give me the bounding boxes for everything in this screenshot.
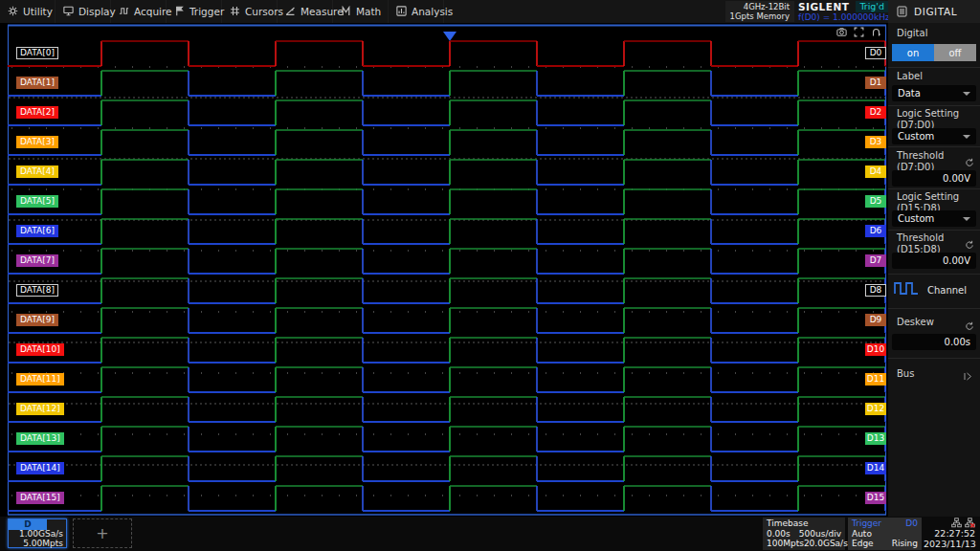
threshold1-value[interactable]: 0.00V — [892, 170, 976, 187]
network-status-icons — [924, 518, 975, 528]
display-icon — [63, 6, 74, 18]
trigger-status-badge: Trig'd — [856, 1, 888, 12]
waveform-grid[interactable]: DATA[0]D0DATA[1]D1DATA[2]D2DATA[3]D3DATA… — [0, 23, 888, 517]
digital-toggle: on off — [892, 44, 976, 61]
channel-indicator-d7[interactable]: D7 — [865, 254, 886, 267]
trigger-descriptor[interactable]: Trigger D0 Auto Edge Rising — [848, 518, 922, 550]
menu-item-acquire[interactable]: Acquire — [111, 0, 167, 23]
chevron-down-icon — [963, 135, 970, 139]
refresh-icon[interactable] — [965, 153, 974, 171]
channel-label-d7[interactable]: DATA[7] — [16, 254, 58, 267]
measure-icon — [285, 6, 296, 18]
channel-indicator-d4[interactable]: D4 — [865, 165, 886, 178]
trigger-slope: Rising — [892, 539, 918, 549]
menu-item-display[interactable]: Display — [56, 0, 111, 23]
digital-settings-panel: DIGITAL Digital on off Label Data Logic … — [888, 0, 980, 517]
panel-header[interactable]: DIGITAL — [888, 0, 980, 23]
digital-channel-descriptor[interactable]: D 1.00GSa/s 5.00Mpts — [8, 518, 67, 548]
channel-indicator-d0[interactable]: D0 — [865, 47, 886, 59]
channel-label-d0[interactable]: DATA[0] — [16, 47, 58, 59]
timebase-delay: 0.00s — [767, 529, 791, 540]
lan-disconnected-icon — [965, 518, 975, 528]
menu-item-trigger[interactable]: Trigger — [167, 0, 222, 23]
digital-caption: Digital — [897, 28, 927, 39]
channel-label-d1[interactable]: DATA[1] — [16, 77, 58, 89]
channel-label-d2[interactable]: DATA[2] — [16, 106, 58, 119]
channel-label-d9[interactable]: DATA[9] — [16, 314, 58, 326]
acquire-icon — [119, 6, 129, 18]
channel-indicator-d15[interactable]: D15 — [865, 492, 886, 504]
trigger-position-marker[interactable] — [443, 32, 457, 41]
channel-label-d3[interactable]: DATA[3] — [16, 136, 58, 148]
undo-icon[interactable] — [871, 27, 881, 37]
deskew-value[interactable]: 0.00s — [892, 334, 976, 350]
camera-icon[interactable] — [836, 27, 847, 37]
clock-box[interactable]: 22:27:52 2023/11/13 — [924, 518, 975, 549]
channel-indicator-d6[interactable]: D6 — [865, 225, 886, 237]
channel-label-d14[interactable]: DATA[14] — [16, 462, 64, 474]
channel-label-d8[interactable]: DATA[8] — [16, 284, 58, 297]
bottom-bar: D 1.00GSa/s 5.00Mpts + Timebase 0.00s 50… — [0, 517, 980, 551]
channel-indicator-d14[interactable]: D14 — [865, 462, 886, 474]
channel-indicator-d11[interactable]: D11 — [865, 373, 886, 386]
channel-label-d15[interactable]: DATA[15] — [16, 492, 64, 504]
menu-item-utility[interactable]: Utility — [0, 0, 56, 23]
panel-title: DIGITAL — [914, 6, 957, 17]
clock-time: 22:27:52 — [924, 528, 975, 539]
label-dropdown-value: Data — [898, 88, 921, 99]
chevron-down-icon — [963, 217, 970, 221]
bandwidth-memory-box: 4GHz-12Bit 1Gpts Memory — [725, 1, 794, 22]
add-channel-button[interactable]: + — [73, 518, 132, 548]
channel-label-d11[interactable]: DATA[11] — [16, 373, 64, 386]
timebase-scale: 500us/div — [799, 529, 841, 540]
channel-indicator-d3[interactable]: D3 — [865, 136, 886, 148]
frequency-readout: f(D0) = 1.000000kHz — [798, 12, 888, 23]
timebase-descriptor[interactable]: Timebase 0.00s 500us/div 100Mpts 20.0GSa… — [763, 518, 845, 550]
menu-item-label: Utility — [23, 6, 53, 17]
logic-setting2-dropdown[interactable]: Custom — [892, 210, 976, 227]
channel-indicator-d2[interactable]: D2 — [865, 106, 886, 119]
refresh-icon[interactable] — [965, 235, 974, 253]
menu-item-math[interactable]: Math — [333, 0, 389, 23]
memory-label: 1Gpts Memory — [730, 11, 790, 21]
channel-label-d13[interactable]: DATA[13] — [16, 432, 64, 445]
menu-item-measure[interactable]: Measure — [278, 0, 333, 23]
channel-caption: Channel — [927, 285, 967, 296]
trigger-type: Edge — [852, 539, 874, 549]
channel-label-d10[interactable]: DATA[10] — [16, 343, 64, 356]
channel-indicator-d12[interactable]: D12 — [865, 403, 886, 415]
expand-icon[interactable] — [854, 27, 864, 37]
digital-points: 5.00Mpts — [23, 539, 63, 548]
channel-label-d5[interactable]: DATA[5] — [16, 195, 58, 208]
panel-menu-icon — [897, 3, 907, 21]
grid-toolbar — [836, 27, 881, 37]
channel-label-d6[interactable]: DATA[6] — [16, 225, 58, 237]
threshold2-value[interactable]: 0.00V — [892, 253, 976, 269]
brand-logo: SIGLENT — [798, 1, 849, 12]
channel-label-d12[interactable]: DATA[12] — [16, 403, 64, 415]
logic-setting1-dropdown[interactable]: Custom — [892, 128, 976, 144]
channel-indicator-d13[interactable]: D13 — [865, 432, 886, 445]
channel-indicator-d5[interactable]: D5 — [865, 195, 886, 208]
channel-indicator-d10[interactable]: D10 — [865, 343, 886, 356]
channel-indicator-d9[interactable]: D9 — [865, 314, 886, 326]
channel-row[interactable]: Channel — [894, 280, 967, 300]
flag-icon — [174, 6, 185, 18]
math-icon — [341, 6, 351, 18]
channel-indicator-d8[interactable]: D8 — [865, 284, 886, 297]
label-caption: Label — [897, 71, 923, 82]
channel-label-d4[interactable]: DATA[4] — [16, 165, 58, 178]
brand-box: SIGLENT Trig'd f(D0) = 1.000000kHz — [798, 1, 888, 23]
logic-setting2-value: Custom — [898, 213, 934, 224]
chevron-down-icon — [963, 92, 970, 96]
status-cluster: 4GHz-12Bit 1Gpts Memory SIGLENT Trig'd f… — [725, 0, 888, 23]
label-dropdown[interactable]: Data — [892, 85, 976, 101]
menu-item-cursors[interactable]: Cursors — [222, 0, 278, 23]
refresh-icon[interactable] — [965, 317, 974, 335]
digital-off-button[interactable]: off — [934, 44, 976, 61]
menu-item-label: Display — [78, 6, 116, 17]
digital-on-button[interactable]: on — [892, 44, 934, 61]
bus-expander-icon[interactable] — [963, 367, 973, 386]
menu-item-analysis[interactable]: Analysis — [389, 0, 444, 23]
channel-indicator-d1[interactable]: D1 — [865, 77, 886, 89]
